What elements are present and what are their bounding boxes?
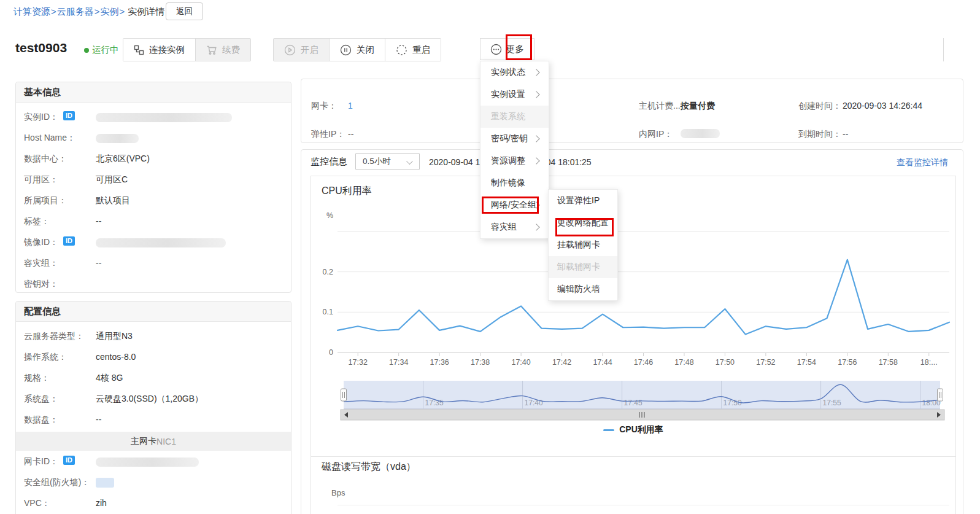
submenu-item-detach-nic: 卸载辅网卡 [549, 256, 617, 278]
field-value [96, 112, 232, 122]
private-ip-value [681, 128, 720, 138]
redacted-value [96, 458, 199, 467]
field-value [96, 133, 139, 143]
info-row-os: 操作系统： centos-8.0 [16, 346, 291, 367]
field-label: 可用区： [24, 174, 58, 185]
eip-label: 弹性IP： [311, 129, 345, 140]
svg-text:17:46: 17:46 [634, 358, 653, 367]
field-label: 所属项目： [24, 195, 67, 206]
field-label: 数据中心： [24, 154, 67, 165]
info-row-host-name: Host Name： [16, 127, 291, 148]
info-row-zone: 可用区： 可用区C [16, 169, 291, 190]
submenu-item-change-network-config[interactable]: 更改网络配置 [549, 212, 617, 234]
status-label: 运行中 [92, 44, 119, 56]
menu-item-resource-adjust[interactable]: 资源调整 [480, 150, 549, 172]
button-group-power: 开启 关闭 重启 [273, 38, 441, 61]
redacted-value [96, 134, 139, 143]
menu-item-instance-status[interactable]: 实例状态 [480, 61, 549, 84]
info-row-keypair: 密钥对： [16, 273, 291, 294]
info-row-image-id: 镜像ID： ID [16, 232, 291, 252]
menu-item-create-image[interactable]: 制作镜像 [480, 172, 549, 194]
menu-item-network-security[interactable]: 网络/安全组 [480, 194, 549, 216]
field-label: 实例ID： [24, 112, 58, 123]
field-label: 云服务器类型： [24, 331, 84, 342]
svg-text:17:38: 17:38 [471, 358, 490, 367]
breadcrumb-separator: > [95, 6, 100, 17]
nic-count-value[interactable]: 1 [348, 101, 353, 111]
field-value: 4核 8G [96, 373, 123, 384]
expire-time-label: 到期时间： [798, 129, 841, 140]
created-time-label: 创建时间： [798, 101, 841, 112]
field-value [96, 477, 114, 488]
period-select-value: 0.5小时 [363, 156, 391, 167]
svg-text:17:54: 17:54 [797, 358, 816, 367]
field-value: 可用区C [96, 174, 128, 185]
disk-chart-gridline [338, 505, 949, 505]
more-button[interactable]: 更多 [480, 38, 534, 60]
breadcrumb-current: 实例详情 [128, 6, 164, 17]
submenu-item-set-eip[interactable]: 设置弹性IP [549, 190, 617, 212]
field-label: 规格： [24, 373, 50, 384]
breadcrumb-separator: > [120, 6, 125, 17]
pause-icon [340, 44, 352, 56]
info-row-dr-group: 容灾组： -- [16, 252, 291, 273]
menu-item-label: 网络/安全组 [491, 200, 536, 211]
back-button[interactable]: 返回 [166, 2, 203, 20]
info-row-nic-id: 网卡ID： ID [16, 451, 291, 472]
menu-item-label: 设置弹性IP [557, 195, 600, 206]
restart-icon [396, 44, 407, 56]
svg-text:17:45: 17:45 [624, 399, 642, 407]
menu-item-instance-settings[interactable]: 实例设置 [480, 84, 549, 106]
svg-text:17:32: 17:32 [349, 358, 368, 367]
config-info-card: 配置信息 云服务器类型： 通用型N3 操作系统： centos-8.0 规格： … [15, 301, 291, 514]
svg-text:18:...: 18:... [920, 358, 938, 367]
play-icon [284, 44, 296, 56]
restart-button[interactable]: 重启 [385, 39, 441, 61]
primary-nic-header: 主网卡NIC1 [16, 432, 291, 451]
id-badge: ID [63, 456, 75, 465]
menu-item-password-key[interactable]: 密码/密钥 [480, 128, 549, 150]
field-value [96, 237, 226, 247]
legend-label: CPU利用率 [619, 424, 663, 435]
info-row-instance-id: 实例ID： ID [16, 106, 291, 127]
chevron-right-icon [533, 224, 539, 230]
renew-label: 续费 [222, 44, 240, 56]
chart-legend[interactable]: CPU利用率 [311, 424, 955, 435]
chevron-right-icon [533, 135, 539, 142]
breadcrumb: 计算资源>云服务器>实例>实例详情 [14, 6, 164, 18]
config-info-title: 配置信息 [16, 302, 291, 322]
svg-text:%: % [326, 211, 333, 220]
period-select[interactable]: 0.5小时 [355, 153, 420, 170]
breadcrumb-link-ecs[interactable]: 云服务器 [57, 6, 94, 17]
breadcrumb-link-instances[interactable]: 实例 [101, 6, 119, 17]
more-label: 更多 [506, 44, 524, 55]
basic-info-card: 基本信息 实例ID： ID Host Name： 数据中心： 北京6区(VPC)… [15, 82, 291, 293]
svg-text:17:34: 17:34 [389, 358, 408, 367]
more-dropdown-menu: 实例状态 实例设置 重装系统 密码/密钥 资源调整 制作镜像 网络/安全组 容灾… [480, 61, 549, 239]
connect-icon [134, 45, 144, 55]
breadcrumb-link-compute[interactable]: 计算资源 [14, 6, 50, 17]
svg-text:17:42: 17:42 [552, 358, 571, 367]
connect-instance-button[interactable]: 连接实例 [123, 39, 196, 61]
svg-text:0.2: 0.2 [323, 268, 333, 276]
status-badge: 运行中 [84, 44, 119, 56]
field-label: 系统盘： [24, 394, 58, 405]
redacted-value [96, 113, 232, 122]
monitor-detail-link[interactable]: 查看监控详情 [897, 157, 948, 168]
field-label: Host Name： [24, 133, 75, 144]
field-label: 操作系统： [24, 352, 67, 363]
menu-item-label: 重装系统 [491, 111, 525, 122]
ellipsis-icon [490, 44, 502, 55]
menu-item-label: 实例设置 [491, 89, 525, 100]
submenu-item-edit-firewall[interactable]: 编辑防火墙 [549, 278, 617, 300]
cart-icon [206, 45, 217, 55]
svg-text:17:36: 17:36 [430, 358, 449, 367]
submenu-item-attach-nic[interactable]: 挂载辅网卡 [549, 234, 617, 256]
nic-count-label: 网卡： [311, 101, 337, 112]
stop-button[interactable]: 关闭 [330, 39, 385, 61]
info-row-spec: 规格： 4核 8G [16, 367, 291, 388]
redacted-value [96, 478, 114, 488]
instance-detail-page: 计算资源>云服务器>实例>实例详情 返回 test0903 运行中 连接实例 续… [0, 0, 980, 514]
menu-item-dr-group[interactable]: 容灾组 [480, 216, 549, 238]
field-value: -- [96, 258, 101, 268]
